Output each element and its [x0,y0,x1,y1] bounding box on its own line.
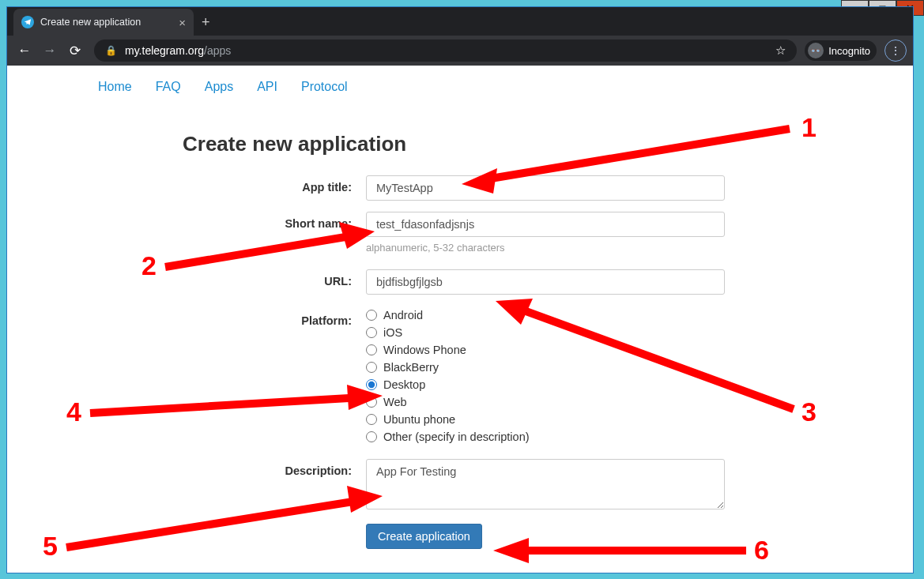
incognito-label: Incognito [828,45,870,57]
row-description: Description: [7,459,913,513]
radio-input[interactable] [366,362,377,373]
new-tab-button[interactable]: + [202,14,210,31]
page-content: Home FAQ Apps API Protocol Create new ap… [7,66,913,573]
input-url[interactable] [366,269,725,295]
radio-input[interactable] [366,431,377,442]
row-submit: Create application [7,524,913,549]
browser-menu-button[interactable]: ⋮ [884,39,907,62]
telegram-favicon-icon [21,16,34,28]
nav-link-protocol[interactable]: Protocol [301,80,348,94]
back-button[interactable]: ← [13,43,36,58]
radio-input[interactable] [366,310,377,321]
radio-label-text: Android [383,309,423,321]
row-platform: Platform: AndroidiOSWindows PhoneBlackBe… [7,309,913,448]
label-short-name: Short name: [7,212,366,230]
radio-input[interactable] [366,327,377,338]
browser-tab-active[interactable]: Create new application × [13,9,194,36]
radio-option[interactable]: Desktop [366,378,725,391]
radio-group-platform: AndroidiOSWindows PhoneBlackBerryDesktop… [366,309,725,448]
radio-label-text: iOS [383,326,402,339]
radio-input[interactable] [366,414,377,425]
browser-tab-strip: Create new application × + [7,7,913,36]
incognito-icon: 👓 [808,43,824,58]
page-viewport: Home FAQ Apps API Protocol Create new ap… [7,66,913,573]
incognito-badge[interactable]: 👓 Incognito [805,40,877,61]
row-short-name: Short name: alphanumeric, 5-32 character… [7,212,913,254]
radio-option[interactable]: Windows Phone [366,344,725,356]
url-domain: my.telegram.org [125,44,204,57]
row-url: URL: [7,269,913,295]
tab-close-icon[interactable]: × [179,16,186,29]
nav-link-faq[interactable]: FAQ [156,80,181,94]
create-application-button[interactable]: Create application [366,524,482,549]
radio-label-text: BlackBerry [383,361,439,374]
bookmark-star-icon[interactable]: ☆ [775,43,786,58]
browser-window: Create new application × + ← → ⟳ 🔒 my.te… [6,6,914,573]
radio-label-text: Other (specify in description) [383,430,530,443]
lock-icon: 🔒 [105,45,117,56]
radio-label-text: Desktop [383,378,425,391]
input-app-title[interactable] [366,175,725,201]
input-description[interactable] [366,459,725,509]
radio-option[interactable]: Android [366,309,725,321]
nav-link-apps[interactable]: Apps [205,80,233,94]
hint-short-name: alphanumeric, 5-32 characters [366,242,725,254]
tab-title: Create new application [40,17,141,28]
page-title: Create new application [183,132,913,156]
nav-link-home[interactable]: Home [98,80,132,94]
label-platform: Platform: [7,309,366,327]
site-top-nav: Home FAQ Apps API Protocol [7,80,913,103]
browser-toolbar: ← → ⟳ 🔒 my.telegram.org/apps ☆ 👓 Incogni… [7,36,913,66]
label-url: URL: [7,269,366,288]
radio-label-text: Web [383,396,407,408]
radio-input[interactable] [366,379,377,390]
row-app-title: App title: [7,175,913,201]
radio-option[interactable]: BlackBerry [366,361,725,374]
radio-label-text: Ubuntu phone [383,413,455,426]
radio-option[interactable]: Web [366,396,725,408]
reload-button[interactable]: ⟳ [64,43,86,59]
address-bar[interactable]: 🔒 my.telegram.org/apps ☆ [94,39,797,62]
radio-label-text: Windows Phone [383,344,466,356]
label-description: Description: [7,459,366,477]
label-app-title: App title: [7,175,366,194]
radio-option[interactable]: iOS [366,326,725,339]
radio-option[interactable]: Other (specify in description) [366,430,725,443]
radio-option[interactable]: Ubuntu phone [366,413,725,426]
radio-input[interactable] [366,344,377,355]
forward-button[interactable]: → [39,43,61,58]
radio-input[interactable] [366,397,377,408]
url-path: /apps [204,44,231,57]
nav-link-api[interactable]: API [257,80,277,94]
input-short-name[interactable] [366,212,725,237]
